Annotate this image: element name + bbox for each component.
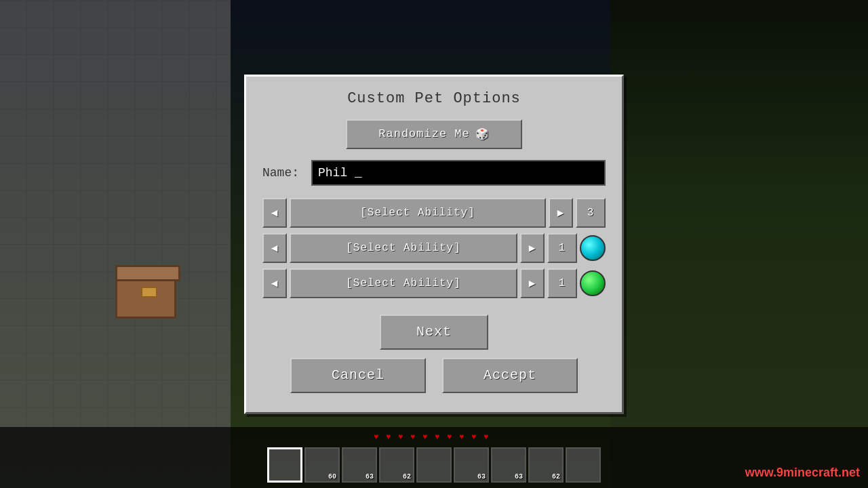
ability2-level-button[interactable]: 1 bbox=[547, 233, 577, 263]
name-row: Name: bbox=[262, 160, 606, 186]
ability1-right-arrow[interactable]: ▶ bbox=[549, 198, 573, 228]
name-label: Name: bbox=[262, 166, 303, 180]
name-input[interactable] bbox=[311, 160, 606, 186]
ability2-level: 1 bbox=[559, 242, 566, 254]
bottom-row: Cancel Accept bbox=[262, 358, 606, 393]
randomize-button[interactable]: Randomize Me 🎲 bbox=[346, 119, 522, 149]
ability1-select-button[interactable]: [Select Ability] bbox=[290, 198, 546, 228]
ability2-left-arrow[interactable]: ◀ bbox=[262, 233, 287, 263]
gem-teal-icon bbox=[580, 235, 606, 261]
ability3-right-arrow[interactable]: ▶ bbox=[520, 268, 545, 298]
ability2-label: [Select Ability] bbox=[346, 242, 461, 254]
accept-label: Accept bbox=[484, 367, 536, 383]
ability-row-3: ◀ [Select Ability] ▶ 1 bbox=[262, 268, 606, 298]
right-arrow-icon-1: ▶ bbox=[557, 206, 565, 220]
cancel-label: Cancel bbox=[332, 367, 384, 383]
ability3-left-arrow[interactable]: ◀ bbox=[262, 268, 287, 298]
ability2-right-arrow[interactable]: ▶ bbox=[520, 233, 545, 263]
ability3-level-button[interactable]: 1 bbox=[547, 268, 577, 298]
ability1-level: 3 bbox=[587, 207, 595, 219]
ability2-select-button[interactable]: [Select Ability] bbox=[290, 233, 517, 263]
right-arrow-icon-2: ▶ bbox=[529, 241, 536, 255]
left-arrow-icon-2: ◀ bbox=[271, 241, 279, 255]
custom-pet-dialog: Custom Pet Options Randomize Me 🎲 Name: … bbox=[244, 75, 624, 414]
right-arrow-icon-3: ▶ bbox=[529, 277, 536, 290]
ability3-level: 1 bbox=[559, 277, 566, 289]
gem-green-icon bbox=[580, 270, 606, 296]
ability3-select-button[interactable]: [Select Ability] bbox=[290, 268, 517, 298]
dice-icon: 🎲 bbox=[475, 127, 490, 141]
ability-row-1: ◀ [Select Ability] ▶ 3 bbox=[262, 198, 606, 228]
left-arrow-icon-3: ◀ bbox=[271, 277, 279, 290]
next-row: Next bbox=[262, 314, 606, 350]
randomize-row: Randomize Me 🎲 bbox=[262, 119, 606, 149]
dialog-title: Custom Pet Options bbox=[262, 90, 606, 107]
cancel-button[interactable]: Cancel bbox=[290, 358, 426, 393]
left-arrow-icon-1: ◀ bbox=[271, 206, 279, 220]
ability1-left-arrow[interactable]: ◀ bbox=[262, 198, 287, 228]
ability3-label: [Select Ability] bbox=[346, 277, 461, 289]
randomize-label: Randomize Me bbox=[378, 127, 469, 140]
next-label: Next bbox=[416, 324, 452, 340]
ability1-level-button[interactable]: 3 bbox=[576, 198, 606, 228]
next-button[interactable]: Next bbox=[380, 314, 488, 350]
accept-button[interactable]: Accept bbox=[442, 358, 578, 393]
ability1-label: [Select Ability] bbox=[360, 207, 475, 219]
dialog-overlay: Custom Pet Options Randomize Me 🎲 Name: … bbox=[0, 0, 868, 488]
ability-row-2: ◀ [Select Ability] ▶ 1 bbox=[262, 233, 606, 263]
